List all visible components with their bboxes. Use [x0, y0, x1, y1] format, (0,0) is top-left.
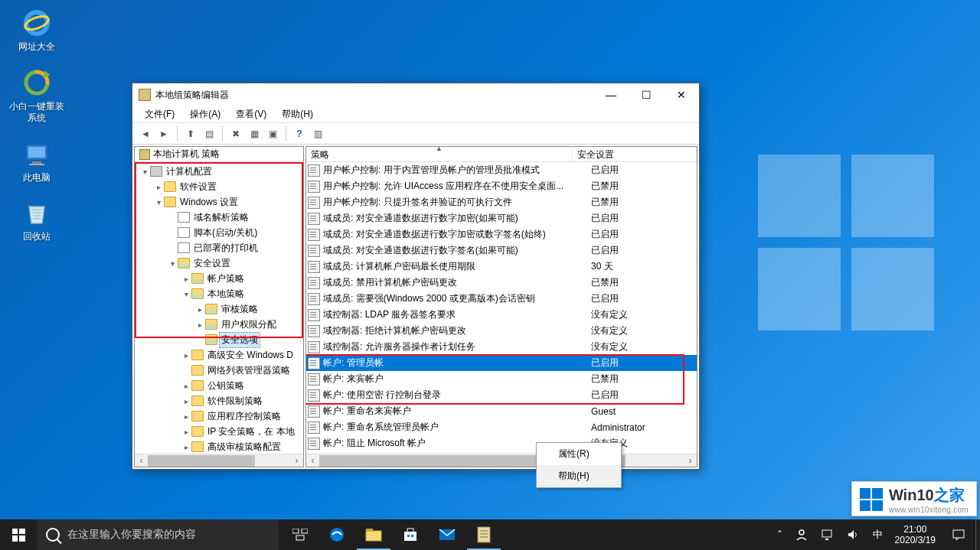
chevron-down-icon[interactable]: ▾ — [181, 290, 191, 298]
table-row[interactable]: 域成员: 禁用计算机帐户密码更改已禁用 — [306, 275, 697, 291]
tray-network-icon[interactable] — [815, 519, 841, 550]
chevron-right-icon[interactable]: ▸ — [153, 183, 164, 191]
chevron-right-icon[interactable]: ▸ — [181, 412, 191, 421]
tree-node[interactable]: ▸高级审核策略配置 — [135, 439, 303, 454]
chevron-right-icon[interactable]: ▸ — [181, 428, 191, 436]
menu-view[interactable]: 查看(V) — [230, 106, 273, 122]
export-button[interactable]: ▣ — [264, 125, 281, 142]
tray-people-icon[interactable] — [789, 519, 815, 550]
tree-node[interactable]: ▸软件限制策略 — [135, 393, 303, 408]
tray-ime-icon[interactable]: 中 — [867, 519, 889, 550]
chevron-down-icon[interactable]: ▾ — [139, 168, 150, 176]
chevron-right-icon[interactable]: ▸ — [181, 443, 191, 451]
tree-node[interactable]: ▸高级安全 Windows D — [135, 347, 303, 363]
delete-button[interactable]: ✖ — [227, 125, 244, 142]
taskbar-search[interactable]: 在这里输入你要搜索的内容 — [37, 519, 279, 550]
table-row[interactable]: 域控制器: 允许服务器操作者计划任务没有定义 — [306, 339, 697, 355]
maximize-button[interactable]: ☐ — [629, 83, 664, 106]
chevron-right-icon[interactable]: ▸ — [194, 305, 205, 314]
table-row[interactable]: 域控制器: LDAP 服务器签名要求没有定义 — [306, 307, 697, 323]
scroll-right-icon[interactable]: › — [290, 454, 303, 467]
task-explorer[interactable] — [355, 519, 392, 550]
column-security-setting[interactable]: 安全设置 — [573, 147, 697, 161]
chevron-right-icon[interactable]: ▸ — [181, 382, 191, 390]
tree-node[interactable]: ▸用户权限分配 — [135, 317, 303, 332]
table-row[interactable]: 帐户: 重命名来宾帐户Guest — [306, 403, 697, 419]
tray-notifications-icon[interactable] — [942, 519, 975, 550]
chevron-down-icon[interactable]: ▾ — [167, 259, 178, 268]
table-row[interactable]: 域成员: 需要强(Windows 2000 或更高版本)会话密钥已启用 — [306, 291, 697, 307]
close-button[interactable]: ✕ — [664, 83, 699, 106]
table-row[interactable]: 帐户: 阻止 Microsoft 帐户没有定义 — [306, 435, 697, 451]
tree-hscrollbar[interactable]: ‹ › — [135, 454, 303, 467]
tree-node[interactable]: ▸域名解析策略 — [135, 210, 303, 225]
tray-volume-icon[interactable] — [841, 519, 867, 550]
task-notepad[interactable] — [466, 519, 502, 550]
desktop-icon-recycle-bin[interactable]: 回收站 — [8, 197, 66, 243]
table-row[interactable]: 帐户: 来宾帐户已禁用 — [306, 371, 697, 387]
show-desktop-button[interactable] — [975, 519, 980, 550]
chevron-down-icon[interactable]: ▾ — [153, 198, 164, 207]
forward-button[interactable]: ► — [155, 125, 172, 142]
back-button[interactable]: ◄ — [137, 125, 154, 142]
minimize-button[interactable]: — — [593, 83, 629, 106]
tree-node[interactable]: ▸IP 安全策略，在 本地 — [135, 424, 303, 439]
table-row[interactable]: 用户帐户控制: 允许 UIAccess 应用程序在不使用安全桌面...已禁用 — [306, 178, 697, 194]
chevron-right-icon[interactable]: ▸ — [181, 275, 191, 283]
tree-node[interactable]: ▸网络列表管理器策略 — [135, 363, 303, 378]
tree-node[interactable]: ▾Windows 设置 — [135, 194, 303, 210]
table-row[interactable]: 域成员: 对安全通道数据进行数字签名(如果可能)已启用 — [306, 242, 697, 259]
scroll-left-icon[interactable]: ‹ — [135, 454, 148, 467]
scroll-right-icon[interactable]: › — [684, 454, 697, 467]
task-mail[interactable] — [429, 519, 466, 550]
list-hscrollbar[interactable]: ‹ › — [306, 454, 697, 467]
tree-body[interactable]: ▾计算机配置▸软件设置▾Windows 设置▸域名解析策略▸脚本(启动/关机)▸… — [135, 162, 303, 454]
tree-node[interactable]: ▸公钥策略 — [135, 378, 303, 393]
table-row[interactable]: 帐户: 使用空密 行控制台登录已启用 — [306, 387, 697, 403]
help-button[interactable]: ? — [291, 125, 308, 142]
menu-file[interactable]: 文件(F) — [139, 106, 181, 122]
table-row[interactable]: 域成员: 对安全通道数据进行数字加密(如果可能)已启用 — [306, 210, 697, 226]
chevron-right-icon[interactable]: ▸ — [181, 351, 191, 360]
context-menu-properties[interactable]: 属性(R) — [537, 443, 621, 465]
table-row[interactable]: 帐户: 管理员帐已启用 — [306, 355, 697, 371]
menu-help[interactable]: 帮助(H) — [276, 106, 319, 122]
menu-action[interactable]: 操作(A) — [184, 106, 227, 122]
list-body[interactable]: 用户帐户控制: 用于内置管理员帐户的管理员批准模式已启用用户帐户控制: 允许 U… — [306, 162, 697, 454]
scroll-left-icon[interactable]: ‹ — [306, 454, 319, 467]
up-button[interactable]: ⬆ — [182, 125, 199, 142]
tree-node[interactable]: ▸软件设置 — [135, 179, 303, 194]
refresh-button[interactable]: ▥ — [309, 125, 326, 142]
tree-node[interactable]: ▸安全选项 — [135, 332, 303, 347]
properties-button[interactable]: ▦ — [246, 125, 263, 142]
tree-node[interactable]: ▸应用程序控制策略 — [135, 408, 303, 424]
chevron-right-icon[interactable]: ▸ — [181, 397, 191, 405]
tray-clock[interactable]: 21:00 2020/3/19 — [889, 524, 942, 546]
column-policy[interactable]: ▲策略 — [306, 147, 573, 161]
tree-node[interactable]: ▾计算机配置 — [135, 164, 303, 179]
tree-node[interactable]: ▾安全设置 — [135, 255, 303, 271]
table-row[interactable]: 用户帐户控制: 用于内置管理员帐户的管理员批准模式已启用 — [306, 162, 697, 178]
table-row[interactable]: 域控制器: 拒绝计算机帐户密码更改没有定义 — [306, 323, 697, 339]
tree-node[interactable]: ▾本地策略 — [135, 286, 303, 301]
table-row[interactable]: 域成员: 对安全通道数据进行数字加密或数字签名(始终)已启用 — [306, 226, 697, 242]
start-button[interactable] — [0, 519, 37, 550]
task-view-button[interactable] — [282, 519, 318, 550]
table-row[interactable]: 帐户: 重命名系统管理员帐户Administrator — [306, 419, 697, 435]
chevron-right-icon[interactable]: ▸ — [194, 321, 205, 329]
show-hide-tree-button[interactable]: ▤ — [201, 125, 217, 142]
tray-chevron-up-icon[interactable]: ˄ — [771, 519, 789, 550]
desktop-icon-this-pc[interactable]: 此电脑 — [8, 138, 66, 184]
tree-node[interactable]: ▸已部署的打印机 — [135, 240, 303, 255]
task-store[interactable] — [392, 519, 429, 550]
context-menu-help[interactable]: 帮助(H) — [537, 465, 621, 487]
tree-node[interactable]: ▸脚本(启动/关机) — [135, 225, 303, 240]
desktop-icon-browser[interactable]: 网址大全 — [8, 8, 66, 54]
tree-node[interactable]: ▸审核策略 — [135, 301, 303, 317]
table-row[interactable]: 域成员: 计算机帐户密码最长使用期限30 天 — [306, 259, 697, 275]
desktop-icon-reinstall[interactable]: 小白一键重装系统 — [8, 67, 66, 125]
titlebar[interactable]: 本地组策略编辑器 — ☐ ✕ — [132, 83, 699, 106]
table-row[interactable]: 用户帐户控制: 只提升签名并验证的可执行文件已禁用 — [306, 194, 697, 210]
task-edge[interactable] — [318, 519, 355, 550]
tree-node[interactable]: ▸帐户策略 — [135, 271, 303, 286]
